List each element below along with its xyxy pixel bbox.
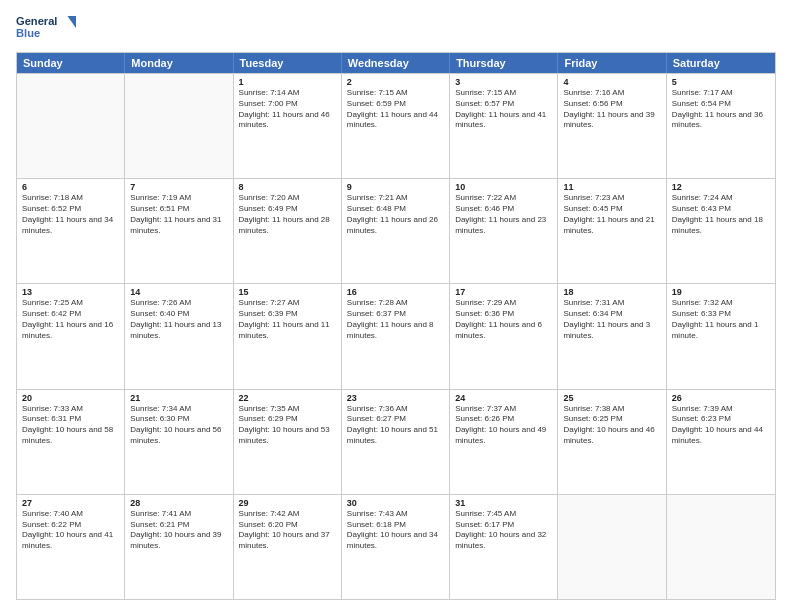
cell-info: Sunrise: 7:14 AM Sunset: 7:00 PM Dayligh… xyxy=(239,88,336,131)
calendar-cell: 13Sunrise: 7:25 AM Sunset: 6:42 PM Dayli… xyxy=(17,284,125,388)
header-day-saturday: Saturday xyxy=(667,53,775,73)
day-number: 27 xyxy=(22,498,119,508)
calendar-cell: 11Sunrise: 7:23 AM Sunset: 6:45 PM Dayli… xyxy=(558,179,666,283)
calendar-cell xyxy=(125,74,233,178)
cell-info: Sunrise: 7:22 AM Sunset: 6:46 PM Dayligh… xyxy=(455,193,552,236)
cell-info: Sunrise: 7:45 AM Sunset: 6:17 PM Dayligh… xyxy=(455,509,552,552)
svg-marker-2 xyxy=(67,16,76,28)
day-number: 25 xyxy=(563,393,660,403)
cell-info: Sunrise: 7:26 AM Sunset: 6:40 PM Dayligh… xyxy=(130,298,227,341)
cell-info: Sunrise: 7:35 AM Sunset: 6:29 PM Dayligh… xyxy=(239,404,336,447)
calendar-cell: 22Sunrise: 7:35 AM Sunset: 6:29 PM Dayli… xyxy=(234,390,342,494)
day-number: 14 xyxy=(130,287,227,297)
day-number: 11 xyxy=(563,182,660,192)
calendar-cell: 24Sunrise: 7:37 AM Sunset: 6:26 PM Dayli… xyxy=(450,390,558,494)
day-number: 31 xyxy=(455,498,552,508)
day-number: 2 xyxy=(347,77,444,87)
calendar-cell: 12Sunrise: 7:24 AM Sunset: 6:43 PM Dayli… xyxy=(667,179,775,283)
day-number: 23 xyxy=(347,393,444,403)
day-number: 18 xyxy=(563,287,660,297)
calendar-week-4: 20Sunrise: 7:33 AM Sunset: 6:31 PM Dayli… xyxy=(17,389,775,494)
cell-info: Sunrise: 7:27 AM Sunset: 6:39 PM Dayligh… xyxy=(239,298,336,341)
cell-info: Sunrise: 7:18 AM Sunset: 6:52 PM Dayligh… xyxy=(22,193,119,236)
header-day-tuesday: Tuesday xyxy=(234,53,342,73)
calendar-cell: 21Sunrise: 7:34 AM Sunset: 6:30 PM Dayli… xyxy=(125,390,233,494)
cell-info: Sunrise: 7:40 AM Sunset: 6:22 PM Dayligh… xyxy=(22,509,119,552)
calendar-week-3: 13Sunrise: 7:25 AM Sunset: 6:42 PM Dayli… xyxy=(17,283,775,388)
cell-info: Sunrise: 7:41 AM Sunset: 6:21 PM Dayligh… xyxy=(130,509,227,552)
cell-info: Sunrise: 7:34 AM Sunset: 6:30 PM Dayligh… xyxy=(130,404,227,447)
header-day-sunday: Sunday xyxy=(17,53,125,73)
calendar-cell: 14Sunrise: 7:26 AM Sunset: 6:40 PM Dayli… xyxy=(125,284,233,388)
logo-icon: General Blue xyxy=(16,12,76,44)
day-number: 19 xyxy=(672,287,770,297)
cell-info: Sunrise: 7:33 AM Sunset: 6:31 PM Dayligh… xyxy=(22,404,119,447)
calendar-cell: 19Sunrise: 7:32 AM Sunset: 6:33 PM Dayli… xyxy=(667,284,775,388)
calendar-cell: 27Sunrise: 7:40 AM Sunset: 6:22 PM Dayli… xyxy=(17,495,125,599)
day-number: 7 xyxy=(130,182,227,192)
cell-info: Sunrise: 7:36 AM Sunset: 6:27 PM Dayligh… xyxy=(347,404,444,447)
calendar-cell: 26Sunrise: 7:39 AM Sunset: 6:23 PM Dayli… xyxy=(667,390,775,494)
day-number: 24 xyxy=(455,393,552,403)
cell-info: Sunrise: 7:20 AM Sunset: 6:49 PM Dayligh… xyxy=(239,193,336,236)
calendar-cell: 4Sunrise: 7:16 AM Sunset: 6:56 PM Daylig… xyxy=(558,74,666,178)
day-number: 3 xyxy=(455,77,552,87)
cell-info: Sunrise: 7:15 AM Sunset: 6:57 PM Dayligh… xyxy=(455,88,552,131)
calendar-week-1: 1Sunrise: 7:14 AM Sunset: 7:00 PM Daylig… xyxy=(17,73,775,178)
day-number: 29 xyxy=(239,498,336,508)
day-number: 13 xyxy=(22,287,119,297)
day-number: 15 xyxy=(239,287,336,297)
calendar: SundayMondayTuesdayWednesdayThursdayFrid… xyxy=(16,52,776,600)
calendar-cell: 7Sunrise: 7:19 AM Sunset: 6:51 PM Daylig… xyxy=(125,179,233,283)
cell-info: Sunrise: 7:37 AM Sunset: 6:26 PM Dayligh… xyxy=(455,404,552,447)
calendar-cell: 31Sunrise: 7:45 AM Sunset: 6:17 PM Dayli… xyxy=(450,495,558,599)
day-number: 20 xyxy=(22,393,119,403)
svg-text:Blue: Blue xyxy=(16,27,40,39)
cell-info: Sunrise: 7:43 AM Sunset: 6:18 PM Dayligh… xyxy=(347,509,444,552)
calendar-cell: 9Sunrise: 7:21 AM Sunset: 6:48 PM Daylig… xyxy=(342,179,450,283)
calendar-header-row: SundayMondayTuesdayWednesdayThursdayFrid… xyxy=(17,53,775,73)
page: General Blue SundayMondayTuesdayWednesda… xyxy=(0,0,792,612)
calendar-week-2: 6Sunrise: 7:18 AM Sunset: 6:52 PM Daylig… xyxy=(17,178,775,283)
day-number: 16 xyxy=(347,287,444,297)
day-number: 1 xyxy=(239,77,336,87)
calendar-cell: 6Sunrise: 7:18 AM Sunset: 6:52 PM Daylig… xyxy=(17,179,125,283)
header-day-friday: Friday xyxy=(558,53,666,73)
day-number: 26 xyxy=(672,393,770,403)
header-day-thursday: Thursday xyxy=(450,53,558,73)
day-number: 10 xyxy=(455,182,552,192)
calendar-cell xyxy=(558,495,666,599)
calendar-cell xyxy=(17,74,125,178)
calendar-cell: 16Sunrise: 7:28 AM Sunset: 6:37 PM Dayli… xyxy=(342,284,450,388)
calendar-cell: 30Sunrise: 7:43 AM Sunset: 6:18 PM Dayli… xyxy=(342,495,450,599)
calendar-week-5: 27Sunrise: 7:40 AM Sunset: 6:22 PM Dayli… xyxy=(17,494,775,599)
calendar-cell: 29Sunrise: 7:42 AM Sunset: 6:20 PM Dayli… xyxy=(234,495,342,599)
day-number: 6 xyxy=(22,182,119,192)
cell-info: Sunrise: 7:16 AM Sunset: 6:56 PM Dayligh… xyxy=(563,88,660,131)
header: General Blue xyxy=(16,12,776,44)
header-day-monday: Monday xyxy=(125,53,233,73)
svg-text:General: General xyxy=(16,15,57,27)
calendar-cell: 5Sunrise: 7:17 AM Sunset: 6:54 PM Daylig… xyxy=(667,74,775,178)
cell-info: Sunrise: 7:39 AM Sunset: 6:23 PM Dayligh… xyxy=(672,404,770,447)
calendar-cell: 18Sunrise: 7:31 AM Sunset: 6:34 PM Dayli… xyxy=(558,284,666,388)
calendar-cell: 10Sunrise: 7:22 AM Sunset: 6:46 PM Dayli… xyxy=(450,179,558,283)
cell-info: Sunrise: 7:31 AM Sunset: 6:34 PM Dayligh… xyxy=(563,298,660,341)
cell-info: Sunrise: 7:17 AM Sunset: 6:54 PM Dayligh… xyxy=(672,88,770,131)
calendar-cell: 1Sunrise: 7:14 AM Sunset: 7:00 PM Daylig… xyxy=(234,74,342,178)
calendar-cell: 28Sunrise: 7:41 AM Sunset: 6:21 PM Dayli… xyxy=(125,495,233,599)
cell-info: Sunrise: 7:23 AM Sunset: 6:45 PM Dayligh… xyxy=(563,193,660,236)
calendar-cell: 20Sunrise: 7:33 AM Sunset: 6:31 PM Dayli… xyxy=(17,390,125,494)
cell-info: Sunrise: 7:25 AM Sunset: 6:42 PM Dayligh… xyxy=(22,298,119,341)
cell-info: Sunrise: 7:19 AM Sunset: 6:51 PM Dayligh… xyxy=(130,193,227,236)
day-number: 30 xyxy=(347,498,444,508)
day-number: 22 xyxy=(239,393,336,403)
day-number: 28 xyxy=(130,498,227,508)
day-number: 4 xyxy=(563,77,660,87)
calendar-cell: 23Sunrise: 7:36 AM Sunset: 6:27 PM Dayli… xyxy=(342,390,450,494)
day-number: 12 xyxy=(672,182,770,192)
cell-info: Sunrise: 7:29 AM Sunset: 6:36 PM Dayligh… xyxy=(455,298,552,341)
calendar-cell xyxy=(667,495,775,599)
cell-info: Sunrise: 7:21 AM Sunset: 6:48 PM Dayligh… xyxy=(347,193,444,236)
calendar-cell: 2Sunrise: 7:15 AM Sunset: 6:59 PM Daylig… xyxy=(342,74,450,178)
